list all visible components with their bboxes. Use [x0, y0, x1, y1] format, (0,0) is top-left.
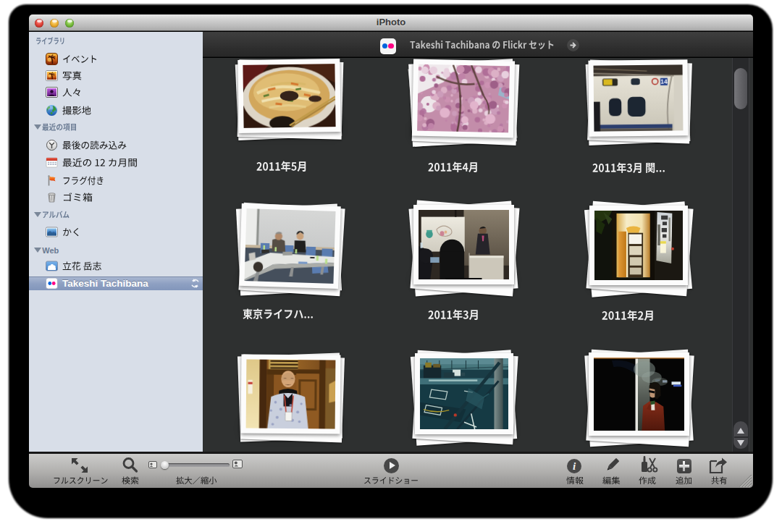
svg-text:14: 14	[660, 79, 668, 85]
